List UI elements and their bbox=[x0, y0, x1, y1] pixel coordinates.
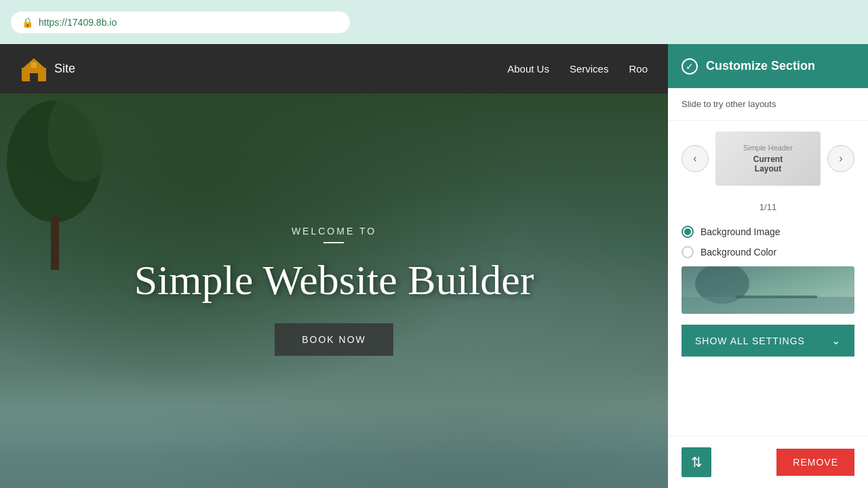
site-name: Site bbox=[54, 62, 75, 76]
address-bar[interactable]: 🔒 https://17409.8b.io bbox=[11, 12, 350, 33]
panel-title: Customize Section bbox=[706, 59, 815, 73]
bg-image-option[interactable]: Background Image bbox=[682, 226, 854, 238]
welcome-label: WELCOME TO bbox=[134, 226, 534, 237]
svg-rect-6 bbox=[51, 216, 59, 270]
layout-label: Simple Header CurrentLayout bbox=[743, 144, 793, 174]
slide-hint: Slide to try other layouts bbox=[668, 88, 868, 121]
background-options: Background Image Background Color bbox=[668, 218, 868, 266]
website-preview: Site About Us Services Roo WELCOME TO bbox=[0, 44, 668, 488]
site-logo: Site bbox=[20, 56, 75, 83]
prev-layout-button[interactable]: ‹ bbox=[682, 145, 709, 172]
bg-color-option[interactable]: Background Color bbox=[682, 246, 854, 258]
svg-rect-9 bbox=[682, 297, 854, 314]
move-section-button[interactable]: ⇅ bbox=[682, 447, 711, 477]
bg-color-radio[interactable] bbox=[682, 246, 694, 258]
remove-section-button[interactable]: REMOVE bbox=[776, 449, 854, 476]
nav-about[interactable]: About Us bbox=[507, 63, 549, 75]
hero-title: Simple Website Builder bbox=[134, 257, 534, 303]
bg-image-preview[interactable] bbox=[682, 266, 854, 314]
site-nav: Site About Us Services Roo bbox=[0, 44, 668, 94]
bg-image-label: Background Image bbox=[701, 226, 781, 237]
show-all-settings-button[interactable]: SHOW ALL SETTINGS ⌄ bbox=[682, 325, 854, 357]
nav-services[interactable]: Services bbox=[570, 63, 609, 75]
hero-section: WELCOME TO Simple Website Builder BOOK N… bbox=[0, 94, 668, 488]
nav-links: About Us Services Roo bbox=[507, 63, 648, 75]
bg-image-radio[interactable] bbox=[682, 226, 694, 238]
main-layout: Site About Us Services Roo WELCOME TO bbox=[0, 44, 868, 488]
bg-color-label: Background Color bbox=[701, 247, 776, 258]
chevron-down-icon: ⌄ bbox=[831, 334, 841, 347]
welcome-divider bbox=[323, 242, 344, 243]
nav-rooms[interactable]: Roo bbox=[629, 63, 648, 75]
book-now-button[interactable]: BOOK NOW bbox=[275, 323, 393, 356]
layout-pagination: 1/11 bbox=[668, 197, 868, 218]
layout-preview: Simple Header CurrentLayout bbox=[715, 131, 821, 186]
layout-slider: ‹ Simple Header CurrentLayout › bbox=[668, 121, 868, 197]
url-text: https://17409.8b.io bbox=[39, 17, 117, 28]
hero-content: WELCOME TO Simple Website Builder BOOK N… bbox=[134, 226, 534, 356]
home-icon bbox=[20, 56, 47, 83]
bg-preview-image bbox=[682, 266, 854, 314]
check-icon: ✓ bbox=[682, 58, 698, 75]
lock-icon: 🔒 bbox=[22, 17, 33, 28]
panel-footer: ⇅ REMOVE bbox=[668, 436, 868, 488]
browser-chrome: 🔒 https://17409.8b.io bbox=[0, 0, 868, 44]
panel-header: ✓ Customize Section bbox=[668, 44, 868, 88]
show-settings-label: SHOW ALL SETTINGS bbox=[695, 336, 805, 346]
next-layout-button[interactable]: › bbox=[827, 145, 854, 172]
customize-panel: ✓ Customize Section Slide to try other l… bbox=[668, 44, 868, 488]
svg-rect-3 bbox=[31, 62, 37, 68]
svg-rect-2 bbox=[30, 73, 38, 81]
